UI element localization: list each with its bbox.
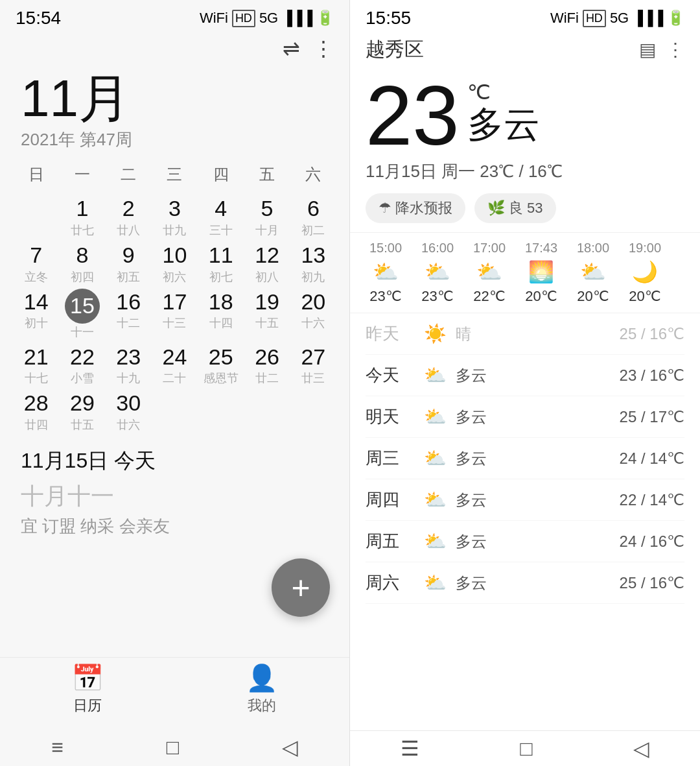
calendar-cell[interactable]: 23十九 <box>106 341 152 388</box>
sync-icon[interactable]: ⇌ <box>283 36 300 61</box>
calendar-grid: 日 一 二 三 四 五 六 1廿七2廿八3廿九4三十5十月6初二7立冬8初四9初… <box>0 162 349 434</box>
calendar-date: 7 <box>30 242 42 269</box>
calendar-lunar: 初八 <box>255 269 279 285</box>
right-back-sys-icon[interactable]: ◁ <box>633 736 649 761</box>
hourly-time: 15:00 <box>369 241 402 256</box>
hourly-item: 17:00 ⛅ 22℃ <box>464 241 515 305</box>
calendar-date: 1 <box>76 195 88 222</box>
calendar-body: 1廿七2廿八3廿九4三十5十月6初二7立冬8初四9初五10初六11初七12初八1… <box>13 193 336 434</box>
hourly-item: 19:00 🌙 20℃ <box>620 241 670 305</box>
left-status-bar: 15:54 WiFi HD 5G ▐▐▐ 🔋 <box>0 0 349 34</box>
calendar-lunar: 十一 <box>71 324 94 340</box>
calendar-cell[interactable]: 22小雪 <box>59 341 105 388</box>
weekday-sat: 六 <box>290 162 336 187</box>
calendar-cell[interactable]: 3廿九 <box>152 193 198 239</box>
hourly-weather-icon: ⛅ <box>373 259 399 284</box>
calendar-cell[interactable]: 4三十 <box>198 193 244 239</box>
daily-weather-icon: ☀️ <box>424 323 447 344</box>
calendar-cell[interactable]: 30廿六 <box>106 387 152 434</box>
nav-item-calendar[interactable]: 📅 日历 <box>71 663 104 715</box>
right-menu-sys-icon[interactable]: ☰ <box>401 736 419 761</box>
calendar-date: 21 <box>24 344 49 370</box>
hourly-item: 18:00 ⛅ 20℃ <box>568 241 618 305</box>
calendar-cell[interactable]: 5十月 <box>244 193 290 239</box>
calendar-date: 30 <box>116 390 141 416</box>
calendar-lunar: 十四 <box>209 315 233 331</box>
calendar-lunar: 十七 <box>25 370 48 386</box>
menu-sys-icon[interactable]: ≡ <box>51 736 64 760</box>
calendar-date: 16 <box>116 289 141 315</box>
calendar-cell[interactable]: 8初四 <box>59 239 105 286</box>
nav-item-profile[interactable]: 👤 我的 <box>246 663 278 715</box>
daily-temperature: 25 / 16℃ <box>620 325 684 343</box>
weekday-sun: 日 <box>13 162 59 187</box>
add-event-button[interactable]: + <box>272 558 330 617</box>
daily-temperature: 22 / 14℃ <box>620 491 684 509</box>
left-system-nav: ≡ □ ◁ <box>0 726 349 766</box>
calendar-cell[interactable]: 14初十 <box>13 286 59 341</box>
calendar-date: 29 <box>70 390 95 416</box>
calendar-cell[interactable]: 25感恩节 <box>198 341 244 388</box>
calendar-cell[interactable]: 7立冬 <box>13 239 59 286</box>
calendar-cell[interactable]: 20十六 <box>290 286 336 341</box>
hourly-temp: 20℃ <box>629 288 660 305</box>
air-quality-pill[interactable]: 🌿 良 53 <box>474 193 556 223</box>
calendar-cell[interactable]: 29廿五 <box>59 387 105 434</box>
calendar-cell[interactable]: 28廿四 <box>13 387 59 434</box>
year-week: 2021年 第47周 <box>0 125 349 162</box>
calendar-date: 15 <box>65 289 100 324</box>
right-battery-icon: 🔋 <box>667 10 684 27</box>
calendar-date: 6 <box>307 195 320 222</box>
auspicious-label: 宜 订盟 纳采 会亲友 <box>0 515 349 545</box>
right-header-icons: ▤ ⋮ <box>639 39 684 60</box>
calendar-date: 17 <box>163 289 187 315</box>
rain-icon: ☂ <box>379 200 391 217</box>
back-sys-icon[interactable]: ◁ <box>282 735 298 760</box>
calendar-lunar: 十三 <box>163 315 186 331</box>
calendar-cell[interactable]: 15十一 <box>59 286 105 341</box>
calendar-cell[interactable]: 12初八 <box>244 239 290 286</box>
weekday-tue: 二 <box>106 162 152 187</box>
calendar-date: 24 <box>163 344 187 370</box>
calendar-cell[interactable]: 18十四 <box>198 286 244 341</box>
home-sys-icon[interactable]: □ <box>167 736 179 760</box>
calendar-cell[interactable]: 19十五 <box>244 286 290 341</box>
calendar-cell[interactable]: 9初五 <box>106 239 152 286</box>
daily-row: 周六 ⛅ 多云 25 / 16℃ <box>366 562 684 604</box>
calendar-cell[interactable]: 13初九 <box>290 239 336 286</box>
right-signal-icon: 5G <box>610 10 629 27</box>
daily-row: 周三 ⛅ 多云 24 / 14℃ <box>366 438 684 479</box>
calendar-cell[interactable]: 10初六 <box>152 239 198 286</box>
right-time: 15:55 <box>366 8 411 29</box>
calendar-cell[interactable]: 27廿三 <box>290 341 336 388</box>
temperature-number: 23 <box>366 73 460 158</box>
calendar-date: 10 <box>163 242 187 269</box>
hourly-temp: 20℃ <box>525 288 557 305</box>
calendar-cell[interactable]: 26廿二 <box>244 341 290 388</box>
right-more-icon[interactable]: ⋮ <box>666 39 684 60</box>
calendar-cell[interactable]: 1廿七 <box>59 193 105 239</box>
air-quality-label: 良 53 <box>509 198 543 218</box>
more-icon[interactable]: ⋮ <box>313 36 334 61</box>
calendar-cell[interactable]: 16十二 <box>106 286 152 341</box>
left-bottom-nav: 📅 日历 👤 我的 <box>0 657 349 726</box>
calendar-date: 12 <box>255 242 279 269</box>
rain-forecast-pill[interactable]: ☂ 降水预报 <box>366 193 465 223</box>
hourly-weather-icon: ⛅ <box>425 259 450 284</box>
calendar-cell[interactable]: 6初二 <box>290 193 336 239</box>
daily-weather-icon: ⛅ <box>424 531 447 552</box>
weekday-wed: 三 <box>152 162 198 187</box>
calendar-lunar: 廿八 <box>117 222 140 238</box>
right-home-sys-icon[interactable]: □ <box>520 737 532 761</box>
calendar-cell[interactable]: 17十三 <box>152 286 198 341</box>
rain-label: 降水预报 <box>395 198 452 218</box>
calendar-cell[interactable]: 24二十 <box>152 341 198 388</box>
calendar-cell[interactable]: 11初七 <box>198 239 244 286</box>
right-status-bar: 15:55 WiFi HD 5G ▐▐▐ 🔋 <box>350 0 700 34</box>
calendar-cell[interactable]: 21十七 <box>13 341 59 388</box>
hourly-time: 16:00 <box>421 241 454 256</box>
calendar-cell <box>198 387 244 434</box>
calendar-cell[interactable]: 2廿八 <box>106 193 152 239</box>
daily-row: 昨天 ☀️ 晴 25 / 16℃ <box>366 313 684 355</box>
list-view-icon[interactable]: ▤ <box>639 39 656 60</box>
